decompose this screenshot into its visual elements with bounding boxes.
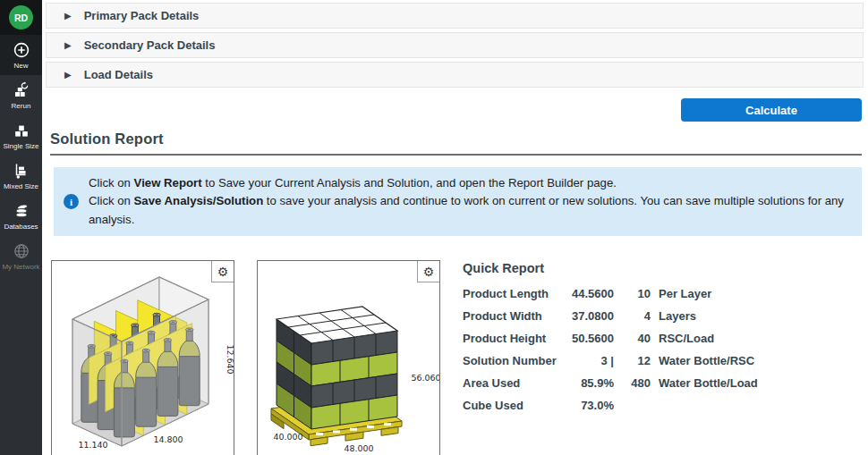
accordion-load-details[interactable]: ▶ Load Details (46, 62, 864, 88)
accordion-label: Primary Pack Details (84, 9, 200, 22)
info-line-1: Click on View Report to Save your Curren… (89, 174, 851, 192)
qr-unit: Per Layer (659, 287, 758, 300)
info-banner: i Click on View Report to Save your Curr… (54, 167, 862, 236)
qr-unit: Layers (659, 309, 758, 323)
page-title: Solution Report (50, 131, 862, 156)
qr-label: Product Length (463, 287, 563, 300)
avatar[interactable]: RD (9, 5, 33, 29)
accordion-label: Load Details (84, 68, 153, 81)
qr-count: 12 (622, 354, 651, 367)
sidebar-item-label: Mixed Size (4, 182, 38, 190)
network-icon (13, 242, 30, 260)
sidebar-item-label: Rerun (12, 102, 31, 110)
info-icon: i (64, 194, 79, 209)
chevron-right-icon: ▶ (64, 71, 72, 80)
qr-label: Area Used (463, 376, 563, 390)
dimension-label-depth: 11.140 (78, 440, 107, 450)
sidebar-item-my-network[interactable]: My Network (0, 236, 42, 276)
qr-unit: Water Bottle/Load (659, 376, 758, 390)
dimension-label-width: 14.800 (153, 434, 183, 444)
sidebar-item-single-size[interactable]: Single Size (0, 115, 42, 156)
app-window: RD New Rerun Sing (0, 0, 868, 455)
avatar-block: RD (0, 0, 42, 35)
qr-count: 40 (622, 332, 651, 345)
calculate-row: Calculate (42, 98, 868, 122)
dimension-label-height: 56.060 (411, 373, 439, 383)
qr-value: 85.9% (571, 376, 614, 390)
viewer-settings-button[interactable]: ⚙ (417, 261, 439, 282)
qr-label: Product Width (463, 309, 563, 323)
qr-count: 480 (622, 376, 651, 390)
qr-unit: Water Bottle/RSC (659, 354, 758, 367)
bottle-case-drawing: 11.140 14.800 12.640 (52, 261, 234, 455)
new-icon (13, 41, 30, 59)
qr-label: Product Height (463, 332, 563, 345)
sidebar: RD New Rerun Sing (0, 0, 42, 455)
sidebar-item-mixed-size[interactable]: Mixed Size (0, 156, 42, 196)
qr-count (622, 399, 651, 412)
qr-count: 10 (622, 287, 651, 300)
viewer-settings-button[interactable]: ⚙ (211, 261, 234, 282)
qr-unit (659, 399, 758, 412)
accordion-secondary-pack-details[interactable]: ▶ Secondary Pack Details (46, 32, 864, 58)
load-3d-viewport[interactable]: 40.000 48.000 56.060 ⚙ (257, 260, 440, 455)
sidebar-item-label: My Network (2, 263, 39, 271)
qr-label: Cube Used (463, 399, 563, 412)
gear-icon: ⚙ (217, 265, 229, 279)
qr-count: 4 (622, 309, 651, 323)
dimension-label-height: 12.640 (226, 345, 234, 375)
mixed-size-icon (13, 162, 30, 180)
sidebar-item-label: New (13, 62, 28, 70)
sidebar-item-label: Databases (4, 223, 38, 231)
sidebar-item-label: Single Size (3, 142, 38, 150)
quick-report-title: Quick Report (463, 261, 758, 275)
quick-report-grid: Product Length 44.5600 10 Per Layer Prod… (463, 287, 758, 412)
solution-viewers: 11.140 14.800 12.640 ⚙ (51, 260, 868, 455)
databases-icon (13, 202, 30, 220)
accordion-label: Secondary Pack Details (84, 38, 216, 52)
quick-report: Quick Report Product Length 44.5600 10 P… (463, 260, 758, 412)
chevron-right-icon: ▶ (64, 12, 72, 21)
chevron-right-icon: ▶ (64, 41, 72, 50)
gear-icon: ⚙ (423, 265, 435, 279)
qr-unit: RSC/Load (659, 332, 758, 345)
single-size-icon (13, 122, 30, 139)
info-banner-text: Click on View Report to Save your Curren… (89, 174, 851, 229)
qr-value: 37.0800 (571, 309, 614, 323)
qr-value: 44.5600 (571, 287, 614, 300)
main-content: ▶ Primary Pack Details ▶ Secondary Pack … (42, 0, 868, 455)
pallet-load-drawing: 40.000 48.000 56.060 (258, 261, 439, 455)
qr-value: 73.0% (571, 399, 614, 412)
dimension-label-depth: 40.000 (273, 432, 302, 442)
sidebar-item-new[interactable]: New (0, 35, 42, 75)
qr-value: 50.5600 (571, 332, 614, 345)
qr-value: 3 | (571, 354, 614, 367)
sidebar-item-databases[interactable]: Databases (0, 196, 42, 236)
case-3d-viewport[interactable]: 11.140 14.800 12.640 ⚙ (51, 260, 234, 455)
info-line-2: Click on Save Analysis/Solution to save … (89, 192, 851, 229)
pack-details-accordions: ▶ Primary Pack Details ▶ Secondary Pack … (42, 0, 868, 88)
sidebar-item-rerun[interactable]: Rerun (0, 75, 42, 115)
qr-label: Solution Number (463, 354, 563, 367)
calculate-button[interactable]: Calculate (681, 98, 862, 122)
dimension-label-width: 48.000 (344, 443, 373, 453)
rerun-icon (13, 81, 30, 99)
accordion-primary-pack-details[interactable]: ▶ Primary Pack Details (46, 3, 864, 29)
